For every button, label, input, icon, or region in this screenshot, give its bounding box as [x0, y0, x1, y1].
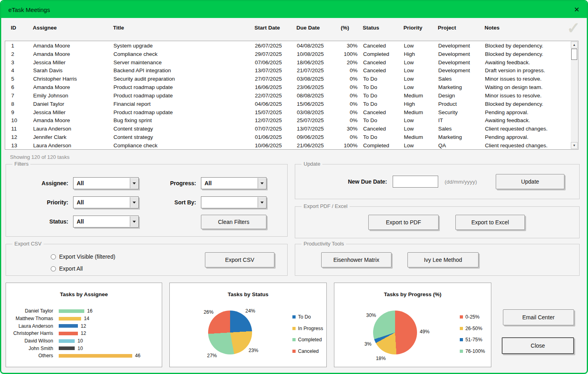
- table-row[interactable]: 7Emily JohnsonProduct roadmap update22/0…: [11, 91, 571, 100]
- table-cell: 6: [11, 84, 33, 90]
- column-header[interactable]: Assignee: [33, 25, 113, 31]
- column-header[interactable]: (%): [341, 25, 363, 31]
- table-cell: Pending approval.: [485, 134, 571, 140]
- table-cell: Completed: [363, 51, 404, 57]
- ivy-lee-method-button[interactable]: Ivy Lee Method: [407, 252, 479, 267]
- due-date-input[interactable]: [393, 176, 438, 188]
- export-all-label: Export All: [59, 265, 83, 272]
- dropdown-button[interactable]: [258, 197, 266, 208]
- table-row[interactable]: 9Jessica MillerProduct roadmap update15/…: [11, 108, 571, 117]
- export-to-pdf-button[interactable]: Export to PDF: [368, 215, 439, 230]
- table-cell: Sales: [438, 126, 485, 132]
- bar-row: Others46: [6, 352, 162, 360]
- table-cell: Minor issues to resolve.: [485, 76, 571, 82]
- table-cell: 8: [11, 101, 33, 107]
- table-cell: Laura Anderson: [33, 142, 113, 148]
- bar-value-label: 10: [77, 346, 83, 351]
- priority-filter-dropdown[interactable]: All: [73, 196, 139, 208]
- close-button[interactable]: Close: [502, 337, 574, 354]
- table-cell: 100%: [341, 51, 363, 57]
- table-row[interactable]: 11Laura AndersonContent strategy07/07/20…: [11, 125, 571, 133]
- status-filter-dropdown[interactable]: All: [73, 216, 139, 228]
- table-cell: 12/07/2025: [255, 117, 297, 123]
- table-cell: 13/07/2025: [255, 67, 297, 73]
- clean-filters-button[interactable]: Clean Filters: [201, 215, 266, 229]
- dropdown-button[interactable]: [130, 216, 138, 227]
- dropdown-button[interactable]: [130, 197, 138, 208]
- table-row[interactable]: 8Daniel TaylorFinancial report04/06/2025…: [11, 100, 571, 108]
- date-format-hint: (dd/mm/yyyy): [445, 176, 477, 188]
- table-cell: 01/06/2025: [255, 134, 297, 140]
- update-button[interactable]: Update: [496, 174, 564, 189]
- column-header[interactable]: Due Date: [296, 25, 341, 31]
- legend-label: Canceled: [298, 348, 319, 354]
- table-row[interactable]: 1Amanda MooreSystem upgrade26/07/202504/…: [11, 42, 571, 50]
- column-header[interactable]: ID: [11, 25, 33, 31]
- bar-category-label: Daniel Taylor: [6, 308, 53, 314]
- progress-filter-dropdown[interactable]: All: [201, 177, 266, 189]
- email-center-button[interactable]: Email Center: [503, 309, 574, 325]
- table-cell: 16/06/2025: [255, 84, 297, 90]
- table-row[interactable]: 10Amanda MooreBug fixing sprint12/07/202…: [11, 116, 571, 125]
- column-header[interactable]: Start Date: [254, 25, 296, 31]
- column-header[interactable]: Priority: [403, 25, 438, 31]
- table-scrollbar[interactable]: ▲ ▼: [571, 42, 578, 149]
- table-cell: 13: [11, 142, 33, 148]
- legend-label: 76-100%: [465, 348, 485, 354]
- bar-value-label: 12: [81, 330, 86, 336]
- table-cell: Development: [438, 43, 485, 49]
- table-row[interactable]: 2Amanda MooreCompliance check29/07/20251…: [11, 50, 571, 58]
- column-header[interactable]: Notes: [485, 25, 570, 31]
- table-cell: Compliance check: [113, 51, 255, 57]
- sort-by-label: Sort By:: [138, 196, 196, 208]
- table-cell: Blocked by dependency.: [485, 43, 571, 49]
- pie-slice-label: 3%: [364, 341, 371, 347]
- table-cell: Client requested changes.: [485, 142, 571, 148]
- progress-pie: [373, 311, 417, 354]
- legend-item: 26-50%: [460, 323, 485, 334]
- eisenhower-matrix-button[interactable]: Eisenhower Matrix: [321, 252, 391, 267]
- legend-swatch: [292, 327, 296, 330]
- table-cell: Canceled: [363, 126, 404, 132]
- task-count-status: Showing 120 of 120 tasks: [10, 154, 70, 160]
- table-row[interactable]: 5Christopher HarrisSecurity audit prepar…: [11, 75, 571, 83]
- table-row[interactable]: 6Amanda MooreProduct roadmap update16/06…: [11, 83, 571, 91]
- sort-by-dropdown[interactable]: [201, 196, 266, 208]
- table-cell: Awaiting feedback.: [485, 117, 571, 123]
- table-cell: Canceled: [363, 59, 404, 65]
- legend-swatch: [460, 327, 463, 330]
- export-csv-button[interactable]: Export CSV: [205, 252, 274, 267]
- new-due-date-label: New Due Date:: [303, 176, 387, 188]
- column-header[interactable]: Project: [438, 25, 485, 31]
- table-cell: 04/06/2025: [255, 101, 297, 107]
- bar-row: Laura Anderson12: [6, 322, 162, 330]
- assignee-filter-dropdown[interactable]: All: [73, 177, 139, 189]
- table-row[interactable]: 4Sarah DavisBackend API integration13/07…: [11, 66, 571, 75]
- table-cell: Blocked by dependency.: [485, 101, 571, 107]
- export-all-radio[interactable]: [51, 266, 56, 271]
- table-cell: Sarah Davis: [33, 67, 113, 73]
- progress-filter-label: Progress:: [138, 177, 196, 189]
- dropdown-button[interactable]: [258, 178, 266, 188]
- table-cell: Bug fixing sprint: [113, 117, 255, 123]
- export-visible-radio[interactable]: [51, 254, 56, 259]
- window-close-button[interactable]: ✕: [574, 6, 580, 14]
- dropdown-button[interactable]: [130, 178, 138, 188]
- table-cell: Jessica Miller: [33, 109, 113, 115]
- scroll-up-button[interactable]: ▲: [571, 42, 578, 48]
- column-header[interactable]: Status: [363, 25, 403, 31]
- table-cell: 2: [11, 51, 33, 57]
- table-cell: Amanda Moore: [33, 84, 113, 90]
- table-row[interactable]: 13Laura AndersonCompliance check10/06/20…: [11, 141, 571, 149]
- scroll-down-button[interactable]: ▼: [571, 142, 578, 149]
- table-row[interactable]: 12Jennifer ClarkContent strategy01/06/20…: [11, 133, 571, 141]
- table-cell: 9: [11, 109, 33, 115]
- scrollbar-thumb[interactable]: [571, 49, 577, 60]
- table-row[interactable]: 3Jessica MillerServer maintenance07/06/2…: [11, 58, 571, 67]
- status-filter-value: All: [77, 216, 84, 227]
- chart-title: Tasks by Status: [170, 291, 326, 297]
- etask-meetings-window: eTask Meetings ✕ IDAssigneeTitleStart Da…: [0, 0, 588, 374]
- export-to-excel-button[interactable]: Export to Excel: [455, 215, 525, 230]
- legend-label: 51-75%: [465, 337, 482, 342]
- column-header[interactable]: Title: [113, 25, 254, 31]
